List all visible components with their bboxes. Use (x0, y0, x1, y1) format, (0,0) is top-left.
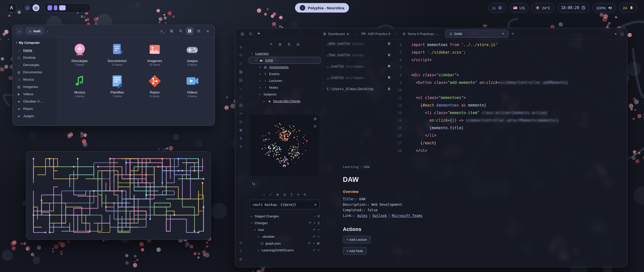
stage-icon[interactable]: + (313, 242, 315, 245)
nav-forward-button[interactable]: › (47, 29, 48, 33)
chevron-down-icon[interactable]: ▾ (259, 93, 262, 96)
sidebar-item-musica[interactable]: ♫Musica (15, 76, 55, 83)
nav-back-button[interactable]: ‹ (16, 27, 23, 35)
tree-item-exams[interactable]: ▸!Exams (249, 71, 320, 77)
tree-item-desarrollo-cliente[interactable]: ▸◆Desarrollo-Cliente (249, 98, 320, 105)
tree-item-assignments[interactable]: ▸▤Assignments (249, 64, 320, 71)
chevron-right-icon[interactable]: ▸ (259, 86, 262, 89)
sidebar-item-imagenes[interactable]: ▧Imagenes (15, 83, 55, 90)
commit-icon[interactable]: ✓ (269, 193, 272, 196)
discard-icon[interactable]: ↶ (313, 228, 315, 232)
graph-view-panel[interactable]: ⚙◎ (249, 114, 320, 177)
folder-plantillas[interactable]: Plantillas7 items (98, 73, 136, 98)
add-note-button[interactable]: + Add Note (343, 247, 367, 255)
search-icon[interactable] (249, 32, 253, 36)
close-icon[interactable]: ✕ (502, 32, 504, 36)
graph-settings-icon[interactable]: ⚙ (313, 117, 317, 121)
activity-calendar-icon[interactable]: ▤ (235, 76, 247, 84)
chevron-down-icon[interactable]: ▾ (253, 229, 256, 231)
chevron-down-icon[interactable]: ▾ (251, 52, 254, 55)
volume-widget[interactable]: 100% (592, 3, 616, 13)
changed-file-row[interactable]: …One.sveltesrc/co…U (327, 42, 390, 49)
bookmark-icon[interactable]: ⚑ (257, 32, 260, 36)
code-editor-group[interactable]: …One.sveltesrc/co…U…Two.sveltesrc/co…U….… (323, 40, 627, 158)
updates-widget[interactable]: 11 (488, 3, 506, 13)
window-indicator[interactable] (48, 5, 52, 10)
push-icon[interactable]: ↥ (290, 193, 293, 196)
scm-item-obsidian[interactable]: ▾.obsidian↶+ (250, 233, 319, 240)
chevron-down-icon[interactable]: ▾ (255, 59, 258, 62)
sidebar-item-obsidian-vault[interactable]: ▰Obsidian V… (15, 98, 55, 105)
files-icon[interactable]: ▤ (241, 32, 244, 36)
sidebar-item-desktop[interactable]: ▢Desktop (15, 54, 55, 61)
search-button[interactable] (177, 27, 184, 35)
scm-item-root[interactable]: ▾root↶+ (250, 226, 319, 233)
window-indicator[interactable] (59, 5, 66, 10)
git-compare-button[interactable] (250, 180, 257, 188)
sidebar-item-documentos[interactable]: ▤Documentos (15, 69, 55, 76)
scm-item-learning-daw-exams[interactable]: ▾Learning/DAW/Exams↶+ (250, 247, 319, 254)
new-tab-button[interactable]: ⊞ (168, 27, 175, 35)
refresh-icon[interactable]: ↻ (304, 193, 306, 196)
activity-extensions-icon[interactable]: ▦ (235, 67, 247, 76)
changed-file-row[interactable]: …Two.sveltesrc/co…U (327, 53, 390, 60)
folder-musica[interactable]: Musica6 items (61, 73, 98, 98)
launcher-button[interactable]: Λ (7, 3, 17, 13)
editor-tab-asp-practice-6[interactable]: ⌨ASP Practice 6 (357, 30, 394, 38)
stage-all-icon[interactable]: ⊕ (276, 193, 279, 196)
collapse-all-icon[interactable]: ⊟ (297, 42, 300, 46)
activity-remote-icon[interactable]: ◇ (235, 59, 247, 67)
editor-tab-tema-6-pr-cticas[interactable]: ▤Tema 6 Prácticas -… (399, 30, 443, 38)
chevron-down-icon[interactable]: ▾ (257, 249, 260, 252)
scm-item-staged-changes[interactable]: ▸Staged Changes−0 (250, 213, 319, 220)
unstage-all-icon[interactable]: ⊖ (283, 193, 286, 196)
discard-icon[interactable]: ↶ (308, 242, 311, 245)
menu-button[interactable]: ≡ (204, 27, 212, 35)
sidebar-section-header[interactable]: ▾ My Computer (15, 40, 55, 47)
commit-message-input[interactable]: vault backup: {{date}} ⊗ (250, 200, 319, 209)
graph-focus-icon[interactable]: ◎ (313, 124, 317, 128)
add-lecture-button[interactable]: + Add Lecture (343, 236, 371, 244)
new-note-icon[interactable]: ✎ (270, 42, 273, 46)
tree-item-subjects[interactable]: ▾Subjects (249, 91, 320, 98)
chevron-right-icon[interactable]: ▸ (250, 215, 253, 218)
scm-item-graph-json[interactable]: {}graph.json↶+M (250, 240, 319, 247)
taskbar-pill[interactable] (44, 3, 91, 13)
view-list-icon[interactable]: ≡ (297, 193, 299, 196)
clock-widget[interactable]: 18:08:28 (557, 3, 589, 13)
tree-item-lectures[interactable]: ▸▪Lectures (249, 77, 320, 84)
sidebar-item-descargas[interactable]: ↓Descargas (15, 61, 55, 69)
activity-account-icon[interactable]: ⊙ (235, 239, 247, 247)
chevron-right-icon[interactable]: ▸ (263, 100, 266, 103)
tree-item-notes[interactable]: ▸▪Notes (249, 84, 320, 91)
stage-icon[interactable]: + (318, 249, 319, 252)
new-tab-button[interactable]: + (511, 31, 514, 36)
circle-icon[interactable]: ○ (263, 193, 265, 196)
unstage-icon[interactable]: − (314, 215, 315, 218)
scm-item-changes[interactable]: ▾Changes↶+2 (250, 220, 319, 226)
chevron-down-icon[interactable]: ▾ (615, 32, 617, 36)
editor-tab-daw[interactable]: ▤DAW✕ (445, 30, 508, 38)
activity-search-icon[interactable] (235, 51, 247, 59)
discard-icon[interactable]: ↶ (313, 235, 315, 239)
link-outlook[interactable]: Outlook (373, 214, 387, 218)
changed-file-row[interactable]: ….sveltesrc/compon…M (327, 64, 390, 71)
sidebar-item-juegos[interactable]: ▰Juegos (15, 112, 55, 120)
activity-sponsor-icon[interactable]: $ (235, 134, 247, 142)
tree-item-daw[interactable]: ▾DAW (249, 57, 320, 64)
changed-file-row[interactable]: ….sveltesrc/compon…M (327, 76, 390, 83)
keyboard-layout-widget[interactable]: US (509, 3, 529, 13)
notifications-widget[interactable]: 24 (619, 3, 637, 13)
new-folder-icon[interactable]: ⊞ (279, 42, 282, 46)
activity-notes-icon[interactable]: □ (235, 92, 247, 101)
folder-documentos[interactable]: Documentos14 items (98, 42, 136, 66)
chevron-right-icon[interactable]: ▸ (259, 66, 262, 69)
link-microsoft-teams[interactable]: Microsoft Teams (392, 214, 423, 218)
sort-icon[interactable]: ⇅ (288, 42, 291, 46)
changed-file-row[interactable]: C:\Users_Almau\DesktopU (327, 87, 390, 94)
folder-imagenes[interactable]: Imagenes10 items (136, 42, 174, 66)
sidebar-item-videos[interactable]: ▶Videos (15, 90, 55, 98)
link-aules[interactable]: Aules (357, 214, 368, 218)
activity-close-icon[interactable]: ✕ (235, 142, 247, 151)
breadcrumb[interactable]: ⌂ matt (26, 27, 44, 35)
